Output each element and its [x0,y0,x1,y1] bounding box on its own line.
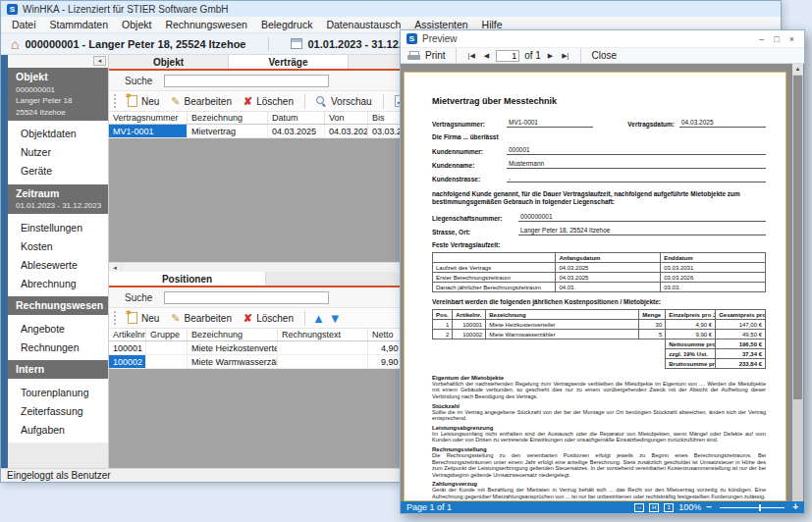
field-label: Liegenschaftsnummer: [432,215,518,222]
contracts-preview-button[interactable]: Vorschau [310,95,378,108]
sidebar-item-aufgaben[interactable]: Aufgaben [8,420,108,439]
position-cell-artikelnr[interactable]: 100001 [109,341,146,354]
terms-section: Eigentum der Mietobjekte Vorbehaltlich d… [432,375,766,501]
table-cell: 5 [639,330,666,339]
close-icon[interactable]: × [789,34,794,44]
menu-item-belegdruck[interactable]: Belegdruck [254,17,320,32]
column-header[interactable]: Artikelnr. [109,329,146,340]
login-status-text: Eingeloggt als Benutzer [7,470,111,481]
contract-cell-bezeichnung[interactable]: Mietvertrag [188,125,268,137]
page-number-input[interactable] [496,50,519,62]
position-cell-artikelnr[interactable]: 100002 [109,355,146,368]
contract-cell-datum[interactable]: 04.03.2025 [268,125,325,137]
preview-titlebar[interactable]: S Preview – □ × [401,30,804,47]
print-button[interactable]: Print [425,50,446,61]
position-cell-gruppe[interactable] [146,341,188,354]
menu-item-datenaustausch[interactable]: Datenaustausch [319,17,407,32]
move-down-icon[interactable]: ▼ [327,312,344,325]
maximize-icon[interactable]: □ [774,34,779,44]
contract-cell-vertragsnummer[interactable]: MV1-0001 [109,125,188,137]
zoom-slider[interactable] [720,507,785,508]
field-value-kundennummer: 000001 [507,146,766,155]
sidebar-item-geraete[interactable]: Geräte [8,162,108,181]
fit-width-icon[interactable]: ↔ [634,503,644,512]
zoom-100-icon[interactable]: 1 [664,503,674,512]
left-accent-strip [1,55,8,468]
sidebar-item-nutzer[interactable]: Nutzer [8,143,108,162]
positions-edit-button[interactable]: ✎ Bearbeiten [165,312,238,325]
sidebar-item-rechnungen[interactable]: Rechnungen [8,338,108,356]
contracts-delete-button[interactable]: ✘ Löschen [238,95,299,108]
column-header[interactable]: Von [325,112,368,124]
sidebar-item-zeiterfassung[interactable]: Zeiterfassung [8,401,108,420]
zoom-slider-thumb[interactable] [759,504,761,511]
field-value-kundenstrasse: , [507,174,766,183]
sidebar-item-objektdaten[interactable]: Objektdaten [8,125,108,143]
column-header[interactable]: Bezeichnung [188,329,278,340]
position-cell-rechnungstext[interactable] [278,341,368,354]
column-header[interactable]: Datum [268,112,325,124]
home-icon: ⌂ [11,37,19,51]
printer-icon[interactable] [407,51,420,61]
menu-item-rechnungswesen[interactable]: Rechnungswesen [158,17,253,32]
term-body: Die Rechnungsstellung zu den vereinbarte… [432,452,766,478]
table-cell: Laufzeit des Vertrags [433,263,556,273]
menu-item-stammdaten[interactable]: Stammdaten [43,17,116,32]
sidebar-item-einstellungen[interactable]: Einstellungen [8,218,108,236]
sidebar-item-angebote[interactable]: Angebote [8,319,108,338]
sidebar-item-kosten[interactable]: Kosten [8,236,108,255]
position-cell-bezeichnung[interactable]: Miete Heizkostenverteiler [188,341,278,354]
tab-objekt[interactable]: Objekt [109,55,229,69]
menu-item-datei[interactable]: Datei [5,17,43,32]
contract-cell-von[interactable]: 04.03.2025 [325,125,368,137]
prev-page-button[interactable]: ◀ [482,52,491,60]
first-page-button[interactable]: |◀ [466,52,477,60]
column-header[interactable]: Vertragsnummer [109,112,188,124]
sidebar-item-abrechnung[interactable]: Abrechnung [8,274,108,292]
main-titlebar[interactable]: S WinHKA - Lizenziert für STIER Software… [1,1,781,17]
page-indicator: Page 1 of 1 [406,502,452,512]
field-value-vertragsdatum: 04.03.2025 [679,119,766,128]
position-cell-bezeichnung[interactable]: Miete Warmwasserzähler [188,355,278,368]
column-header[interactable]: Rechnungstext [278,329,368,340]
close-preview-button[interactable]: Close [591,50,617,61]
preview-title: Preview [422,33,458,44]
column-header[interactable]: Bezeichnung [188,112,268,124]
preview-vscrollbar[interactable]: ▲ [792,64,803,501]
field-value-strasse-ort: Langer Peter 18, 25524 Itzehoe [518,227,766,235]
field-label: Vertragsdatum: [627,121,675,128]
position-cell-gruppe[interactable] [146,355,188,368]
zoom-in-icon[interactable]: + [792,502,798,512]
move-up-icon[interactable]: ▲ [310,312,327,325]
zoom-out-icon[interactable]: − [706,502,712,512]
last-page-button[interactable]: ▶| [560,52,570,60]
table-cell: 147,00 € [716,320,766,330]
tab-positionen[interactable]: Positionen [109,272,266,286]
sidebar-collapse-button[interactable]: ◂ [93,56,106,66]
contracts-edit-button[interactable]: ✎ Bearbeiten [165,95,238,108]
minimize-icon[interactable]: – [759,34,764,44]
page-count-label: of 1 [524,50,541,61]
field-label: Strasse, Ort: [432,229,518,235]
positions-new-button[interactable]: Neu [122,311,165,325]
fit-page-icon[interactable]: H [649,503,659,512]
table-header: Enddatum [661,253,766,263]
table-header: Einzelpreis pro Jahr [666,310,716,320]
table-header: Menge [639,310,666,320]
scroll-up-icon[interactable]: ▲ [792,64,803,75]
contracts-search-input[interactable] [164,75,329,87]
tab-vertraege[interactable]: Verträge [229,55,349,69]
scrollbar-thumb[interactable] [793,76,802,399]
positions-search-input[interactable] [164,291,329,304]
contracts-new-button[interactable]: Neu [122,94,165,108]
positions-delete-button[interactable]: ✘ Löschen [238,312,299,325]
scroll-left-icon[interactable]: ◂ [109,263,122,272]
sidebar-item-ablesewerte[interactable]: Ablesewerte [8,255,108,274]
menu-item-objekt[interactable]: Objekt [115,17,158,32]
position-cell-rechnungstext[interactable] [278,355,368,368]
pencil-icon: ✎ [171,96,180,107]
sidebar-item-tourenplanung[interactable]: Tourenplanung [8,383,108,401]
object-reference[interactable]: 000000001 - Langer Peter 18, 25524 Itzeh… [25,38,245,50]
next-page-button[interactable]: ▶ [546,52,555,60]
column-header[interactable]: Gruppe [146,329,188,340]
